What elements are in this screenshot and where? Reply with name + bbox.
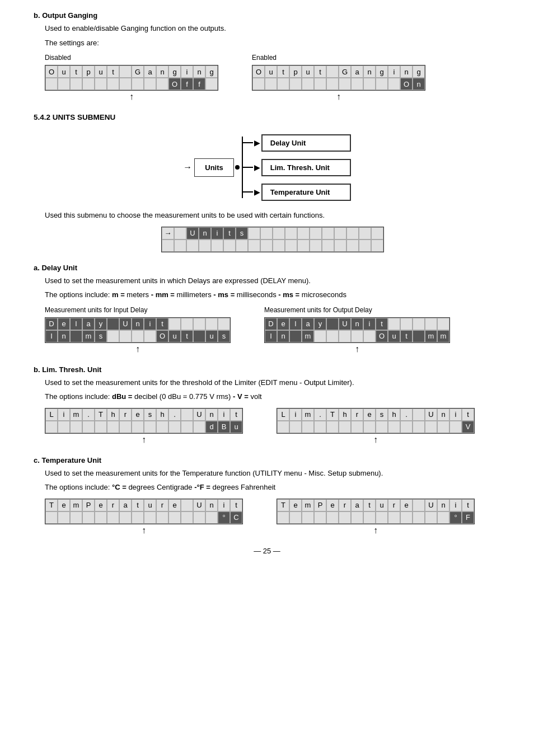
arrow-icon-1: ▶ (254, 138, 260, 147)
lcd-cell (351, 511, 363, 524)
lcd-cell (326, 421, 339, 433)
lcd-cell: n (156, 65, 168, 78)
lcd-cell: g (168, 65, 181, 78)
temp-f-wrap: T e m P e r a t u r e U (277, 499, 475, 536)
enabled-lcd-row1: O u t p u t G a n g i n (252, 65, 425, 78)
lcd-cell (144, 421, 156, 433)
enabled-arrow: ↑ (252, 92, 425, 102)
lcd-cell (205, 511, 218, 524)
units-description: Used this submenu to choose the measurem… (45, 210, 500, 221)
lcd-cell (376, 421, 388, 433)
lim-thresh-title: b. Lim. Thresh. Unit (34, 365, 500, 374)
delay-unit-section: a. Delay Unit Used to set the measuremen… (34, 264, 500, 354)
lcd-cell: t (230, 408, 242, 421)
lcd-cell: u (144, 499, 156, 511)
lim-thresh-v-wrap: L i m . T h r e s h . U (277, 408, 475, 445)
output-delay-row1: D e l a y U n i t (265, 318, 449, 330)
lcd-cell (70, 78, 82, 90)
lcd-cell (277, 421, 289, 433)
lcd-cell (449, 421, 462, 433)
lcd-cell (186, 240, 199, 252)
lcd-cell: a (351, 499, 363, 511)
disabled-lcd-row1: O u t p u t G a n g i n (45, 65, 218, 78)
lim-thresh-desc2: The options include: dBu = decibel (0 dB… (45, 391, 500, 402)
lcd-cell (70, 330, 82, 342)
lcd-cell: h (156, 408, 168, 421)
lcd-cell (174, 227, 186, 240)
lcd-cell (119, 511, 132, 524)
lcd-cell (273, 227, 285, 240)
lcd-cell (285, 240, 297, 252)
lcd-cell (107, 330, 119, 342)
lcd-cell (181, 511, 193, 524)
submenu-row-3: ▶ Temperature Unit (242, 180, 351, 204)
units-lcd-wrap: → U n i t s (161, 227, 384, 252)
output-delay-wrap: D e l a y U n i t (264, 317, 450, 354)
lcd-cell: p (82, 65, 95, 78)
lcd-cell: n (205, 499, 218, 511)
lim-v-row2: V (277, 421, 474, 433)
lcd-cell: i (388, 65, 400, 78)
units-lcd-row2 (162, 240, 383, 252)
lcd-cell: C (230, 511, 242, 524)
lcd-cell: t (230, 499, 242, 511)
lcd-cell: i (181, 65, 193, 78)
lcd-cell (211, 240, 223, 252)
lcd-cell (326, 330, 339, 342)
disabled-lcd: O u t p u t G a n g i n (45, 65, 218, 91)
h-line-3 (242, 191, 253, 192)
lcd-cell (277, 78, 289, 90)
lcd-cell (322, 227, 334, 240)
lcd-cell: t (462, 499, 474, 511)
arrow-icon-2: ▶ (254, 163, 260, 172)
lcd-cell: U (193, 499, 205, 511)
lcd-cell: O (400, 78, 413, 90)
lcd-cell: U (186, 227, 199, 240)
lcd-cell (363, 78, 376, 90)
lcd-cell (119, 65, 132, 78)
lcd-cell (322, 240, 334, 252)
lcd-cell: a (351, 65, 363, 78)
lcd-cell (156, 78, 168, 90)
lcd-cell: G (132, 65, 144, 78)
lcd-cell: L (45, 408, 58, 421)
delay-unit-desc2: The options include: m = meters - mm = m… (45, 289, 500, 300)
temperature-unit-title: c. Temperature Unit (34, 456, 500, 464)
submenu-row-2: ▶ Lim. Thresh. Unit (242, 155, 351, 180)
lcd-cell: s (144, 408, 156, 421)
lcd-cell (181, 318, 193, 330)
lcd-cell (388, 78, 400, 90)
lcd-cell: t (277, 65, 289, 78)
temperature-unit-section: c. Temperature Unit Used to set the meas… (34, 456, 500, 536)
lcd-cell (302, 511, 314, 524)
lcd-cell (363, 330, 376, 342)
lcd-cell (334, 240, 346, 252)
lim-thresh-v-lcd: L i m . T h r e s h . U (277, 408, 475, 434)
lcd-cell: p (289, 65, 302, 78)
lcd-cell (314, 511, 326, 524)
lcd-cell: n (413, 78, 425, 90)
lcd-cell (82, 421, 95, 433)
lcd-cell (413, 408, 425, 421)
input-delay-wrap: D e l a y U n i t (45, 317, 231, 354)
lcd-cell: l (289, 318, 302, 330)
lcd-cell (260, 240, 273, 252)
lcd-cell (95, 421, 107, 433)
tree-connector (235, 130, 240, 204)
lcd-cell (359, 227, 371, 240)
submenu-row-1: ▶ Delay Unit (242, 130, 351, 155)
input-delay-caption: Measurement units for Input Delay (45, 306, 147, 314)
lcd-cell: t (462, 408, 474, 421)
disabled-lcd-row2: O f f (45, 78, 218, 90)
lcd-cell: h (107, 408, 119, 421)
lcd-cell: u (265, 65, 277, 78)
lcd-cell (302, 78, 314, 90)
lcd-cell (107, 78, 119, 90)
lcd-cell (326, 78, 339, 90)
lcd-cell (425, 318, 437, 330)
lcd-cell: → (162, 227, 174, 240)
lim-thresh-content: Used to set the measurement units for th… (34, 377, 500, 445)
lcd-cell (45, 511, 58, 524)
ganging-displays-row: Disabled O u t p u t G a (45, 54, 500, 102)
lcd-cell: r (388, 499, 400, 511)
